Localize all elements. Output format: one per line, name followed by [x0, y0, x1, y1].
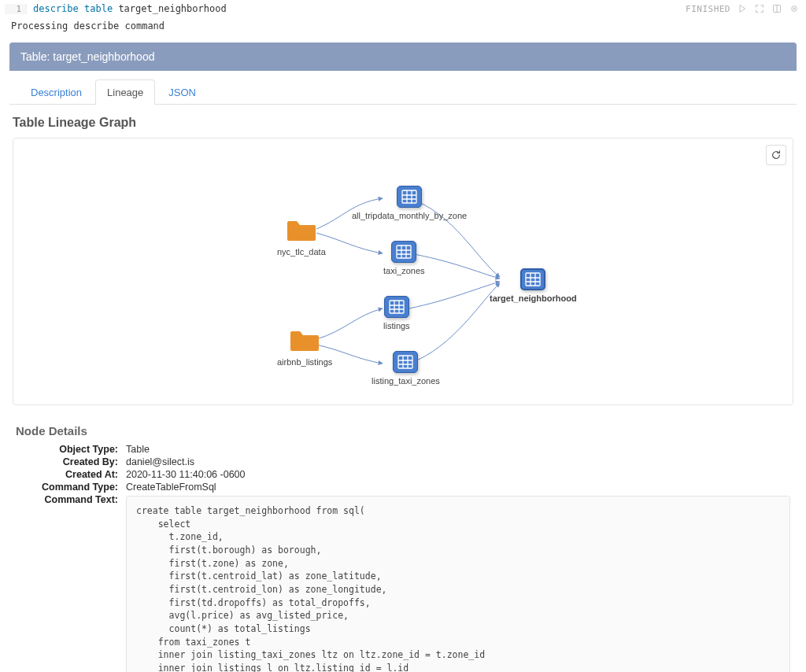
- svg-rect-4: [397, 246, 411, 258]
- command-text-block[interactable]: create table target_neighborhood from sq…: [126, 496, 790, 672]
- detail-label: Object Type:: [16, 444, 126, 455]
- code-identifier: target_neighborhood: [118, 3, 226, 14]
- table-icon: [391, 241, 416, 263]
- detail-label: Command Text:: [16, 494, 126, 505]
- code-editor-line[interactable]: 1 describe table target_neighborhood FIN…: [0, 0, 806, 17]
- table-icon: [384, 296, 409, 318]
- tab-description[interactable]: Description: [19, 79, 94, 105]
- graph-node-label: target_neighborhood: [490, 294, 577, 303]
- lineage-graph-panel[interactable]: nyc_tlc_data airbnb_listings all_tripdat…: [13, 138, 793, 405]
- svg-rect-5: [390, 301, 404, 313]
- detail-label: Command Type:: [16, 482, 126, 493]
- graph-node-folder[interactable]: nyc_tlc_data: [277, 217, 326, 257]
- detail-value-command-type: CreateTableFromSql: [126, 482, 790, 493]
- detail-label: Created By:: [16, 456, 126, 467]
- graph-node-label: nyc_tlc_data: [277, 247, 326, 257]
- node-details-grid: Object Type: Table Created By: daniel@si…: [9, 444, 797, 672]
- code-keyword: describe: [33, 3, 79, 14]
- section-title: Table Lineage Graph: [9, 105, 797, 138]
- svg-rect-6: [398, 356, 412, 368]
- processing-output: Processing describe command: [0, 17, 806, 42]
- folder-icon: [286, 217, 317, 244]
- graph-node-label: all_tripdata_monthly_by_zone: [352, 211, 467, 220]
- graph-node-folder[interactable]: airbnb_listings: [277, 327, 332, 367]
- line-number: 1: [5, 4, 27, 14]
- cell-status-text: FINISHED: [686, 4, 730, 14]
- cell-status-bar: FINISHED: [686, 3, 800, 14]
- graph-node-table[interactable]: listings: [383, 296, 410, 330]
- table-icon: [520, 268, 545, 290]
- folder-icon: [289, 327, 320, 354]
- graph-node-table[interactable]: taxi_zones: [383, 241, 425, 275]
- gear-icon[interactable]: [789, 3, 800, 14]
- graph-node-label: taxi_zones: [383, 266, 425, 275]
- detail-label: Created At:: [16, 469, 126, 480]
- refresh-button[interactable]: [766, 145, 786, 165]
- graph-node-label: airbnb_listings: [277, 357, 332, 367]
- detail-value-created-by: daniel@silect.is: [126, 456, 790, 467]
- tab-bar: Description Lineage JSON: [9, 71, 797, 105]
- detail-value-created-at: 2020-11-30 11:40:06 -0600: [126, 469, 790, 480]
- svg-rect-3: [402, 190, 416, 203]
- graph-node-label: listings: [383, 321, 410, 330]
- table-icon: [397, 186, 422, 208]
- panel-header: Table: target_neighborhood: [9, 42, 797, 71]
- graph-node-target[interactable]: target_neighborhood: [490, 268, 577, 303]
- book-icon[interactable]: [771, 3, 782, 14]
- graph-node-label: listing_taxi_zones: [372, 376, 440, 386]
- tab-lineage[interactable]: Lineage: [95, 79, 155, 105]
- refresh-icon: [771, 150, 782, 161]
- detail-value-object-type: Table: [126, 444, 790, 455]
- table-icon: [393, 351, 418, 373]
- code-keyword: table: [84, 3, 113, 14]
- graph-node-table[interactable]: all_tripdata_monthly_by_zone: [352, 186, 467, 220]
- svg-rect-7: [526, 273, 540, 286]
- svg-point-1: [792, 6, 797, 12]
- play-icon[interactable]: [737, 3, 748, 14]
- tab-json[interactable]: JSON: [157, 79, 208, 105]
- node-details-heading: Node Details: [9, 405, 797, 444]
- expand-icon[interactable]: [754, 3, 765, 14]
- svg-point-2: [793, 8, 795, 9]
- graph-node-table[interactable]: listing_taxi_zones: [372, 351, 440, 386]
